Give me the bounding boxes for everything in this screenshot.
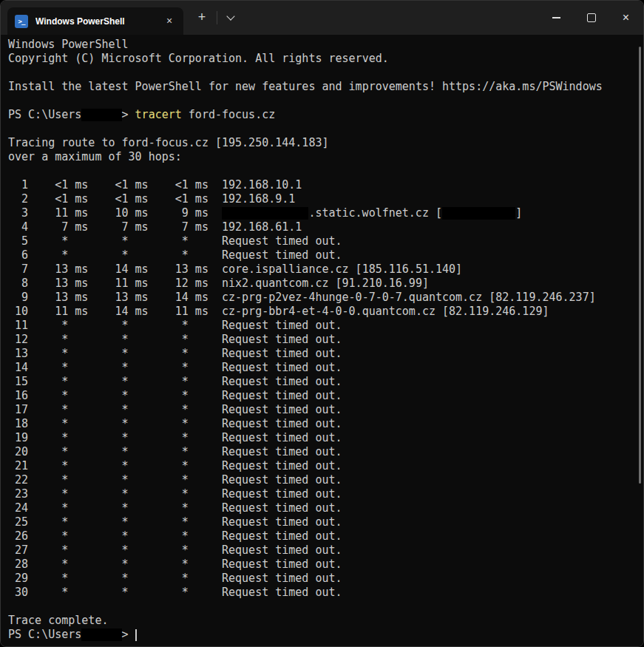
titlebar-drag-area	[239, 1, 539, 35]
chevron-down-icon	[226, 12, 234, 20]
titlebar: >_ Windows PowerShell × +	[1, 1, 643, 35]
tab-strip: >_ Windows PowerShell ×	[1, 1, 183, 35]
redaction-box	[222, 207, 308, 220]
terminal-output[interactable]: Windows PowerShell Copyright (C) Microso…	[8, 38, 643, 642]
powershell-icon: >_	[15, 15, 28, 28]
text-cursor	[135, 629, 137, 641]
tab-dropdown-button[interactable]	[223, 8, 239, 27]
tab-actions: +	[192, 1, 239, 35]
close-icon: ×	[166, 15, 172, 27]
minimize-icon	[552, 17, 560, 18]
redaction-box	[81, 109, 121, 121]
maximize-button[interactable]	[574, 1, 609, 35]
terminal-pane[interactable]: Windows PowerShell Copyright (C) Microso…	[1, 35, 643, 646]
maximize-icon	[587, 13, 596, 22]
new-tab-button[interactable]: +	[192, 8, 211, 27]
close-button[interactable]: ×	[609, 1, 643, 35]
close-icon: ×	[623, 12, 629, 24]
scrollbar[interactable]	[639, 47, 641, 484]
command-text: tracert	[135, 108, 182, 121]
terminal-window: >_ Windows PowerShell × +	[0, 0, 644, 647]
tab-actions-divider	[217, 11, 217, 24]
tab-windows-powershell[interactable]: >_ Windows PowerShell ×	[7, 7, 183, 35]
minimize-button[interactable]	[539, 1, 574, 35]
plus-icon: +	[198, 10, 206, 24]
tab-close-button[interactable]: ×	[163, 15, 176, 28]
redaction-box	[442, 207, 515, 220]
tab-title: Windows PowerShell	[35, 16, 163, 27]
redaction-box	[81, 629, 121, 641]
window-controls: ×	[539, 1, 643, 35]
